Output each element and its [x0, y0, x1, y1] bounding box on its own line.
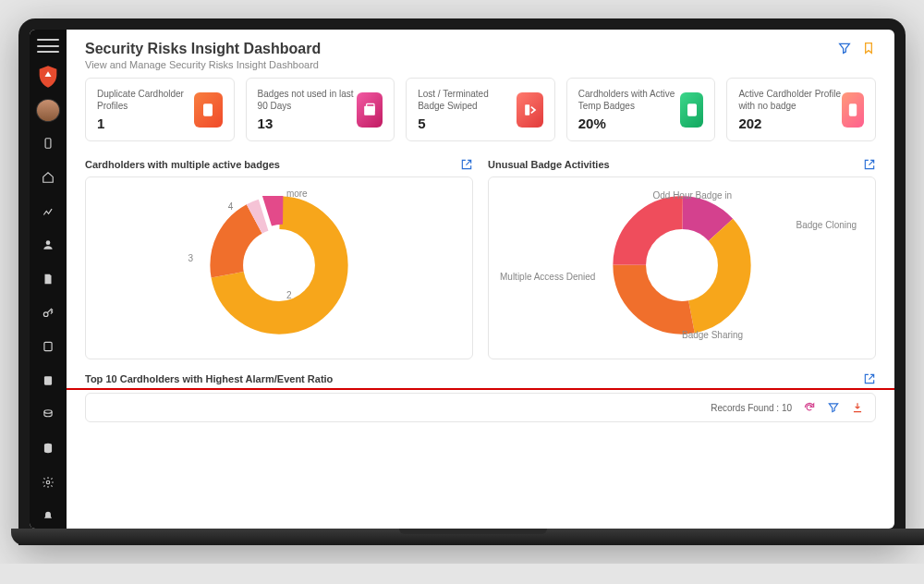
chart1-label-4: 4 [228, 201, 234, 212]
svg-point-20 [249, 236, 309, 295]
svg-point-7 [46, 481, 50, 484]
section3-title: Top 10 Cardholders with Highest Alarm/Ev… [85, 373, 333, 384]
chart1-label-2: 2 [286, 290, 292, 300]
stat-card[interactable]: Cardholders with Active Temp Badges 20% [566, 78, 716, 141]
popout-icon[interactable] [460, 158, 473, 171]
svg-rect-11 [525, 104, 529, 116]
stat-label: Duplicate Cardholder Profiles [97, 88, 194, 112]
nav-home-icon[interactable] [35, 165, 61, 190]
chart2-donut [613, 196, 751, 335]
svg-rect-4 [44, 376, 52, 384]
sidebar [30, 30, 67, 529]
stat-value: 5 [418, 116, 517, 131]
stat-label: Badges not used in last 90 Days [258, 88, 357, 112]
chart1-label-more: more [286, 189, 308, 199]
filter-small-icon[interactable] [827, 401, 840, 414]
user-avatar[interactable] [36, 99, 60, 122]
stat-value: 202 [738, 116, 841, 131]
stat-card[interactable]: Badges not used in last 90 Days 13 [246, 78, 395, 141]
nav-gear-icon[interactable] [35, 470, 61, 495]
nav-chart-icon[interactable] [35, 199, 61, 224]
download-icon[interactable] [851, 401, 864, 414]
main-content: Security Risks Insight Dashboard View an… [67, 30, 894, 529]
stat-icon [357, 92, 383, 128]
stat-label: Lost / Terminated Badge Swiped [418, 88, 517, 112]
page-title: Security Risks Insight Dashboard [85, 41, 321, 57]
stat-card[interactable]: Lost / Terminated Badge Swiped 5 [406, 78, 555, 141]
chart1-title: Cardholders with multiple active badges [85, 159, 280, 170]
svg-point-5 [44, 409, 52, 413]
nav-contact-icon[interactable] [35, 369, 61, 394]
nav-key-icon[interactable] [35, 300, 61, 325]
stat-value: 13 [258, 116, 357, 131]
svg-rect-13 [849, 103, 857, 116]
records-found-label: Records Found : 10 [711, 403, 792, 413]
red-divider-line [67, 388, 894, 390]
popout-icon[interactable] [863, 158, 876, 171]
stat-card[interactable]: Duplicate Cardholder Profiles 1 [85, 78, 235, 141]
app-logo-shield-icon [35, 64, 61, 90]
menu-toggle-icon[interactable] [37, 37, 59, 55]
svg-point-1 [46, 241, 51, 246]
chart2-label-oddhour: Odd Hour Badge in [652, 190, 732, 201]
stat-icon [194, 92, 223, 128]
chart1-donut [210, 196, 348, 335]
stat-label: Active Cardholder Profile with no badge [738, 88, 841, 112]
svg-point-25 [655, 238, 708, 291]
chart2-label-denied: Multiple Access Denied [500, 272, 595, 282]
nav-doc-icon[interactable] [35, 267, 61, 292]
chart2-card: Odd Hour Badge in Badge Cloning Badge Sh… [488, 176, 876, 359]
svg-point-2 [43, 311, 48, 316]
nav-stack-icon[interactable] [35, 402, 61, 427]
svg-rect-8 [203, 103, 213, 116]
svg-point-14 [851, 105, 854, 108]
nav-user-icon[interactable] [35, 233, 61, 258]
svg-rect-3 [44, 343, 52, 351]
records-bar: Records Found : 10 [85, 393, 876, 422]
chart2-label-sharing: Badge Sharing [682, 330, 743, 340]
chart1-label-3: 3 [188, 253, 194, 263]
nav-badge-icon[interactable] [35, 335, 61, 359]
page-subtitle: View and Manage Security Risks Insight D… [85, 59, 321, 70]
popout-icon[interactable] [863, 372, 876, 385]
nav-db-icon[interactable] [35, 436, 61, 461]
stat-icon [842, 92, 864, 128]
bookmark-icon[interactable] [861, 41, 876, 55]
svg-rect-0 [45, 139, 51, 149]
chart2-label-cloning: Badge Cloning [796, 220, 857, 230]
chart2-title: Unusual Badge Activities [488, 159, 610, 170]
stat-icon [680, 92, 703, 128]
stat-value: 20% [578, 116, 681, 131]
nav-bell-icon[interactable] [35, 504, 61, 529]
stat-value: 1 [97, 116, 194, 131]
svg-rect-9 [364, 105, 375, 115]
nav-mobile-icon[interactable] [35, 131, 61, 156]
refresh-icon[interactable] [803, 401, 816, 414]
stat-icon [517, 92, 542, 128]
chart1-card: more 4 3 2 [85, 176, 473, 359]
filter-icon[interactable] [837, 41, 852, 55]
stat-label: Cardholders with Active Temp Badges [578, 88, 681, 112]
stat-card[interactable]: Active Cardholder Profile with no badge … [726, 78, 876, 141]
